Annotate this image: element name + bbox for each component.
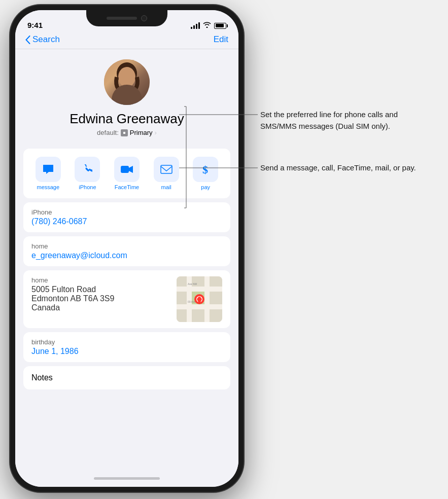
status-time: 9:41	[27, 21, 43, 29]
notch	[86, 10, 167, 26]
message-label: message	[37, 184, 59, 190]
svg-rect-20	[177, 309, 187, 322]
action-buttons-row: message iPhone	[23, 149, 230, 198]
contact-name: Edwina Greenaway	[70, 111, 184, 127]
address-text: home 5005 Fulton Road Edmonton AB T6A 3S…	[31, 276, 170, 312]
phone-number: (780) 246-0687	[31, 217, 222, 226]
callout-1: Set the preferred line for phone calls a…	[260, 109, 433, 132]
svg-rect-19	[210, 292, 222, 304]
svg-rect-16	[210, 276, 222, 287]
email-field-label: home	[31, 242, 222, 250]
email-value: e_greenaway@icloud.com	[31, 251, 222, 260]
phone-icon	[75, 157, 100, 182]
speaker	[107, 17, 137, 20]
contact-content: Edwina Greenaway default: Primary ›	[15, 49, 238, 470]
birthday-value: June 1, 1986	[31, 347, 222, 356]
phone-screen: 9:41	[15, 10, 238, 487]
address-label: home	[31, 276, 170, 284]
svg-point-1	[118, 67, 135, 87]
address-row[interactable]: home 5005 Fulton Road Edmonton AB T6A 3S…	[23, 270, 230, 328]
edit-button[interactable]: Edit	[214, 34, 228, 45]
phone-button[interactable]: iPhone	[72, 157, 102, 190]
svg-rect-2	[123, 86, 130, 92]
camera	[141, 15, 147, 21]
battery-icon	[214, 23, 226, 29]
svg-rect-5	[123, 132, 125, 134]
callout-2-text: Send a message, call, FaceTime, mail, or…	[260, 162, 433, 174]
svg-rect-7	[161, 165, 172, 173]
chevron-right-icon: ›	[155, 129, 157, 136]
svg-rect-10	[177, 287, 222, 292]
callout-2: Send a message, call, FaceTime, mail, or…	[260, 162, 433, 174]
svg-rect-11	[177, 304, 222, 309]
svg-rect-14	[177, 276, 187, 287]
profile-section: Edwina Greenaway default: Primary ›	[15, 49, 238, 145]
avatar-image	[104, 59, 150, 105]
phone-row[interactable]: iPhone (780) 246-0687	[23, 202, 230, 232]
svg-point-3	[113, 87, 141, 105]
default-line[interactable]: default: Primary ›	[97, 129, 157, 136]
phone-card: iPhone (780) 246-0687	[23, 202, 230, 232]
notes-label: Notes	[31, 373, 53, 382]
message-icon	[36, 157, 61, 182]
sim-badge	[121, 129, 128, 136]
birthday-card: birthday June 1, 1986	[23, 332, 230, 362]
phone-field-label: iPhone	[31, 208, 222, 216]
svg-rect-21	[192, 309, 204, 322]
navigation-bar: Search Edit	[15, 32, 238, 49]
svg-text:$: $	[202, 163, 208, 176]
callout-1-text: Set the preferred line for phone calls a…	[260, 109, 433, 132]
birthday-row[interactable]: birthday June 1, 1986	[23, 332, 230, 362]
home-bar	[94, 477, 160, 480]
default-prefix: default:	[97, 129, 119, 136]
phone-frame: 9:41	[10, 5, 244, 492]
svg-text:Ave NW: Ave NW	[188, 282, 197, 286]
address-card: home 5005 Fulton Road Edmonton AB T6A 3S…	[23, 270, 230, 328]
svg-rect-17	[177, 292, 187, 304]
notes-row[interactable]: Notes	[23, 366, 230, 389]
facetime-label: FaceTime	[115, 184, 140, 190]
svg-rect-13	[204, 276, 210, 322]
status-icons	[191, 22, 226, 29]
back-button[interactable]: Search	[25, 34, 60, 45]
phone-label: iPhone	[79, 184, 96, 190]
signal-icon	[191, 22, 200, 29]
mail-button[interactable]: mail	[151, 157, 182, 190]
mail-label: mail	[161, 184, 171, 190]
facetime-button[interactable]: FaceTime	[112, 157, 142, 190]
birthday-label: birthday	[31, 338, 222, 346]
address-line1: 5005 Fulton Road	[31, 285, 170, 294]
facetime-icon	[114, 157, 140, 182]
wifi-icon	[203, 22, 211, 29]
pay-label: pay	[201, 184, 210, 190]
address-line2: Edmonton AB T6A 3S9	[31, 294, 170, 303]
email-card: home e_greenaway@icloud.com	[23, 236, 230, 266]
pay-icon: $	[193, 157, 218, 182]
pay-button[interactable]: $ pay	[190, 157, 221, 190]
map-thumbnail[interactable]: Ave NW 03 Ave NW	[177, 276, 222, 322]
address-line3: Canada	[31, 303, 170, 312]
annotations: Set the preferred line for phone calls a…	[260, 109, 433, 174]
message-button[interactable]: message	[33, 157, 63, 190]
back-label: Search	[32, 34, 60, 45]
notes-card: Notes	[23, 366, 230, 389]
battery-fill	[216, 24, 224, 27]
svg-rect-6	[121, 166, 129, 173]
mail-icon	[154, 157, 179, 182]
email-row[interactable]: home e_greenaway@icloud.com	[23, 236, 230, 266]
default-line-name: Primary	[130, 129, 153, 136]
svg-rect-22	[210, 309, 222, 322]
home-indicator	[15, 470, 238, 487]
avatar	[104, 59, 150, 105]
